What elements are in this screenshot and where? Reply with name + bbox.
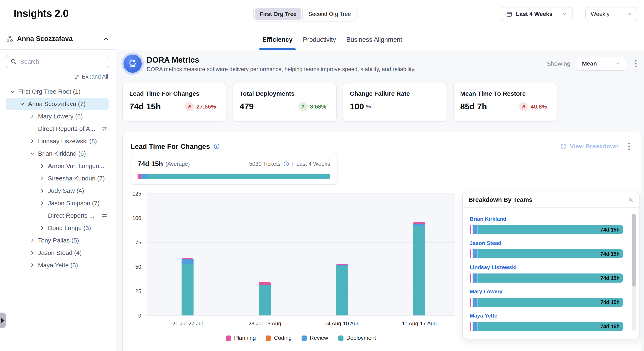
info-icon[interactable] bbox=[213, 143, 220, 150]
metric-card: Lead Time For Changes74d 15h27.56% bbox=[122, 83, 226, 122]
tree-item-label: Anna Scozzafava (7) bbox=[28, 101, 86, 108]
scrollbar-thumb[interactable] bbox=[632, 214, 636, 287]
tree-item[interactable]: Doug Lange (3) bbox=[6, 222, 109, 234]
tree-item[interactable]: Sireesha Kunduri (7) bbox=[6, 172, 109, 185]
filter-sliders-icon[interactable] bbox=[101, 212, 109, 219]
dora-sprint-icon bbox=[124, 55, 142, 73]
legend-swatch bbox=[302, 335, 307, 341]
filter-sliders-icon[interactable] bbox=[101, 126, 109, 132]
chevron-right-icon[interactable] bbox=[30, 250, 38, 255]
chevron-down-icon[interactable] bbox=[10, 89, 18, 94]
chevron-right-icon[interactable] bbox=[40, 225, 48, 230]
tree-item[interactable]: Anna Scozzafava (7) bbox=[6, 98, 109, 110]
chart-bar[interactable] bbox=[259, 282, 271, 315]
close-icon[interactable] bbox=[628, 196, 634, 203]
legend-item-coding[interactable]: Coding bbox=[266, 335, 292, 341]
sidebar-expand-handle[interactable] bbox=[0, 312, 6, 328]
expand-all-button[interactable]: Expand All bbox=[0, 74, 108, 80]
tree-item[interactable]: Brian Kirkland (6) bbox=[6, 147, 109, 160]
metric-card: Total Deployments4793.68% bbox=[232, 83, 337, 122]
tab-business-alignment[interactable]: Business Alignment bbox=[346, 36, 402, 50]
tree-item[interactable]: Aaron Van Langen... bbox=[6, 160, 109, 172]
sidebar-header: Anna Scozzafava bbox=[0, 28, 116, 50]
breakdown-team-link[interactable]: Brian Kirkland bbox=[470, 216, 623, 222]
breakdown-team-link[interactable]: Lindsay Liszewski bbox=[470, 264, 623, 271]
tree-item[interactable]: Direct Reports of A... bbox=[6, 123, 109, 135]
tree-item[interactable]: Judy Saw (4) bbox=[6, 185, 109, 197]
chart-bar[interactable] bbox=[413, 222, 425, 315]
toggle-second-org-tree[interactable]: Second Org Tree bbox=[304, 8, 356, 20]
metric-card-title: Mean Time To Restore bbox=[460, 90, 550, 97]
summary-stacked-bar bbox=[138, 174, 330, 179]
collapse-chevron-up-icon[interactable] bbox=[103, 36, 109, 42]
chevron-right-icon[interactable] bbox=[40, 176, 48, 181]
panel-scrollbar[interactable] bbox=[632, 214, 636, 331]
sidebar-user-name: Anna Scozzafava bbox=[17, 35, 73, 43]
legend-label: Planning bbox=[234, 335, 256, 341]
view-breakdown-button[interactable]: View Breakdown bbox=[560, 143, 619, 150]
legend-item-review[interactable]: Review bbox=[302, 335, 328, 341]
tab-productivity[interactable]: Productivity bbox=[303, 36, 336, 50]
metric-card: Mean Time To Restore85d 7h40.8% bbox=[453, 83, 557, 122]
info-icon[interactable] bbox=[284, 161, 289, 167]
chevron-down-icon[interactable] bbox=[30, 151, 38, 156]
sidebar: Anna Scozzafava Expand All First Org Tre… bbox=[0, 28, 116, 351]
tree-item[interactable]: Tony Pallas (5) bbox=[6, 234, 109, 247]
dora-kebab-menu-icon[interactable] bbox=[632, 58, 639, 69]
chart-bar[interactable] bbox=[182, 258, 194, 315]
breakdown-stacked-bar[interactable]: 74d 15h bbox=[470, 225, 623, 234]
bar-segment-deployment: 74d 15h bbox=[478, 249, 623, 258]
showing-select[interactable]: Mean bbox=[577, 57, 626, 71]
chevron-right-icon[interactable] bbox=[40, 188, 48, 193]
summary-segment-planning bbox=[138, 174, 141, 179]
chart-bar[interactable] bbox=[336, 264, 348, 315]
tree-item[interactable]: Jason Stead (4) bbox=[6, 247, 109, 259]
tree-item[interactable]: Jason Simpson (7) bbox=[6, 197, 109, 209]
tree-item-label: Tony Pallas (5) bbox=[38, 237, 79, 244]
tree-item-label: Jason Simpson (7) bbox=[48, 200, 100, 207]
bar-segment-review bbox=[413, 224, 425, 226]
metric-card-title: Lead Time For Changes bbox=[129, 90, 219, 97]
tree-item[interactable]: Mary Lowery (6) bbox=[6, 110, 109, 123]
date-range-select[interactable]: Last 4 Weeks bbox=[501, 7, 572, 21]
legend-swatch bbox=[226, 335, 231, 341]
calendar-icon bbox=[506, 11, 512, 17]
y-tick-label: 100 bbox=[127, 215, 141, 221]
bar-segment-planning bbox=[470, 225, 471, 234]
metric-card-title: Total Deployments bbox=[240, 90, 330, 97]
bar-segment-planning bbox=[470, 249, 471, 258]
breakdown-row: Lindsay Liszewski74d 15h bbox=[470, 264, 623, 283]
breakdown-team-link[interactable]: Maya Yette bbox=[470, 312, 623, 319]
breakdown-stacked-bar[interactable]: 74d 15h bbox=[470, 322, 623, 331]
lead-time-kebab-menu-icon[interactable] bbox=[626, 141, 632, 152]
legend-item-deployment[interactable]: Deployment bbox=[338, 335, 376, 341]
chevron-right-icon[interactable] bbox=[30, 114, 38, 119]
chevron-right-icon[interactable] bbox=[40, 201, 48, 206]
tab-efficiency[interactable]: Efficiency bbox=[262, 36, 292, 50]
search-box bbox=[6, 55, 109, 68]
toggle-first-org-tree[interactable]: First Org Tree bbox=[255, 8, 301, 20]
tree-item[interactable]: Direct Reports ... bbox=[6, 209, 109, 222]
legend-item-planning[interactable]: Planning bbox=[226, 335, 256, 341]
breakdown-stacked-bar[interactable]: 74d 15h bbox=[470, 273, 623, 283]
search-input[interactable] bbox=[6, 55, 109, 68]
breakdown-team-link[interactable]: Mary Lowery bbox=[470, 288, 623, 295]
breakdown-team-link[interactable]: Jason Stead bbox=[470, 240, 623, 246]
chevron-right-icon[interactable] bbox=[30, 238, 38, 243]
gridline bbox=[147, 315, 455, 316]
breakdown-stacked-bar[interactable]: 74d 15h bbox=[470, 298, 623, 307]
granularity-select[interactable]: Weekly bbox=[585, 7, 638, 21]
metric-delta-badge: 40.8% bbox=[519, 102, 547, 111]
tree-item[interactable]: Lindsay Liszewski (8) bbox=[6, 135, 109, 147]
breakdown-stacked-bar[interactable]: 74d 15h bbox=[470, 249, 623, 258]
tree-item[interactable]: Maya Yette (3) bbox=[6, 259, 109, 271]
y-tick-label: 125 bbox=[127, 191, 141, 197]
chevron-right-icon[interactable] bbox=[40, 164, 48, 168]
chevron-right-icon[interactable] bbox=[30, 263, 38, 268]
tree-item[interactable]: First Org Tree Root (1) bbox=[6, 85, 109, 98]
breakdown-row: Jason Stead74d 15h bbox=[470, 240, 623, 258]
chevron-right-icon[interactable] bbox=[30, 139, 38, 144]
metric-card-unit: % bbox=[366, 103, 371, 110]
org-hierarchy-icon bbox=[6, 35, 13, 42]
chevron-down-icon[interactable] bbox=[20, 102, 28, 107]
